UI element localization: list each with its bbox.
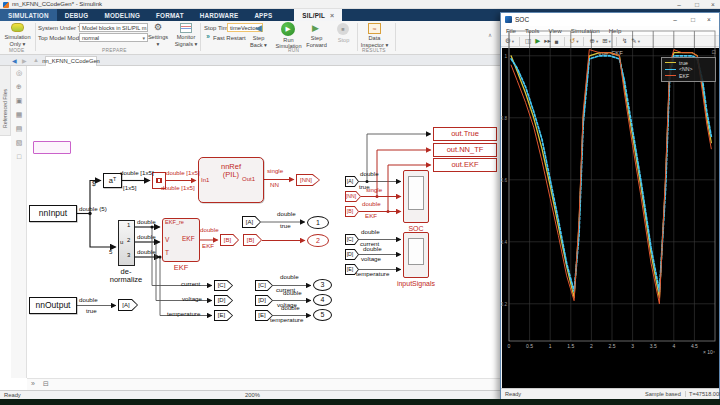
signal-label: true: [86, 308, 97, 315]
svg-text:0.4: 0.4: [501, 240, 507, 245]
sample-time-label: $: [92, 181, 96, 188]
outport-2[interactable]: 2: [307, 234, 329, 247]
signal-label: [1x5]: [123, 185, 136, 192]
signal-label: temperature: [356, 271, 389, 278]
from-a-tag-right[interactable]: [A]: [345, 176, 359, 187]
from-c-tag-right[interactable]: [C]: [345, 234, 359, 245]
signal-label: double: [283, 290, 302, 297]
signal-label: NN: [270, 182, 279, 189]
ekf-v-port-label: V: [165, 237, 169, 244]
signal-label: double: [200, 227, 219, 234]
signal-label: voltage: [182, 296, 202, 303]
minimize-icon[interactable]: –: [672, 0, 686, 9]
nnoutput-block[interactable]: nnOutput: [29, 297, 77, 314]
outport-4[interactable]: 4: [313, 294, 332, 306]
scope-plot-area[interactable]: true, EKF ⊡ 00.511.522.533.544.50.20.40.…: [502, 48, 719, 388]
goto-b-tag[interactable]: [B]: [220, 234, 239, 246]
plot-legend[interactable]: true<NN>EKF: [661, 57, 716, 82]
soc-scope-label: SOC: [402, 225, 430, 232]
inputsignals-label: inputSignals: [388, 280, 444, 287]
goto-e-tag[interactable]: [E]: [214, 310, 233, 321]
signal-label: double: [361, 229, 380, 236]
svg-text:0: 0: [508, 343, 511, 349]
desktop: nn_KFNN_CCodeGen* - Simulink – □ × SIMUL…: [0, 0, 720, 405]
signal-width-label: 5: [109, 249, 112, 256]
signal-label: double: [137, 234, 156, 241]
from-b-tag-mid[interactable]: [B]: [243, 234, 262, 246]
signal-label: true: [280, 223, 291, 230]
out-true-block[interactable]: out.True: [433, 127, 497, 141]
svg-text:2.5: 2.5: [609, 343, 616, 349]
svg-text:0.2: 0.2: [501, 302, 507, 307]
ekf-label: EKF: [166, 264, 196, 272]
svg-text:1.5: 1.5: [567, 343, 574, 349]
nninput-block[interactable]: nnInput: [29, 205, 77, 222]
signal-label: single: [267, 168, 283, 175]
out-ekf-block[interactable]: out.EKF: [433, 158, 497, 172]
from-c-tag-mid[interactable]: [C]: [255, 280, 273, 291]
soc-scope-block[interactable]: [403, 170, 429, 223]
outport-3[interactable]: 3: [313, 279, 332, 291]
signal-label: double: [79, 297, 98, 304]
inputsignals-scope-block[interactable]: [403, 232, 429, 278]
signal-label: EKF: [365, 213, 377, 220]
signal-label: double: [360, 171, 379, 178]
signal-label: double: [137, 249, 156, 256]
goto-c-tag[interactable]: [C]: [214, 280, 233, 291]
svg-text:2: 2: [590, 343, 593, 349]
signal-label: EKF: [202, 243, 214, 250]
goto-nn-tag[interactable]: [NN]: [296, 174, 320, 186]
signal-label: temperature: [167, 311, 200, 318]
soc-scope-window[interactable]: SOC – □ × FileToolsViewSimulationHelp ⚙▾…: [500, 12, 720, 400]
from-a-tag-mid[interactable]: [A]: [242, 216, 261, 228]
svg-text:1: 1: [504, 54, 507, 59]
zoom-level: 200%: [245, 392, 260, 398]
scope-statusbar: Ready Sample based T=47518.000: [501, 388, 719, 399]
scope-sim-time: T=47518.000: [685, 391, 720, 397]
signal-label: double [1x5]: [120, 170, 154, 177]
nnref-in1-port-label: In1: [201, 177, 209, 183]
svg-text:0.5: 0.5: [526, 343, 533, 349]
svg-text:1: 1: [549, 343, 552, 349]
demux-port3-label: 3: [127, 252, 130, 258]
goto-d-tag[interactable]: [D]: [214, 295, 233, 306]
goto-a-tag[interactable]: [A]: [118, 299, 138, 311]
signal-label: current: [181, 281, 200, 288]
demux-u-label: u: [120, 239, 123, 245]
from-d-tag-right[interactable]: [D]: [345, 249, 359, 260]
legend-entry: EKF: [665, 73, 712, 80]
faded-selected-block[interactable]: [33, 141, 71, 154]
signal-label: double [1x5]: [161, 185, 195, 192]
signal-label: double (5): [79, 206, 107, 213]
outport-1[interactable]: 1: [307, 216, 329, 229]
status-ready: Ready: [4, 392, 21, 398]
ekf-title-label: EKF_re: [165, 220, 184, 226]
signal-label: temperature: [270, 317, 303, 324]
signal-label: double: [280, 274, 299, 281]
from-nn-tag-right[interactable]: [NN]: [345, 191, 361, 202]
from-d-tag-mid[interactable]: [D]: [255, 295, 273, 306]
signal-label: double: [137, 219, 156, 226]
windows-taskbar[interactable]: [0, 399, 720, 405]
out-nntf-block[interactable]: out.NN_TF: [433, 143, 497, 157]
ekf-out-port-label: EKF: [182, 236, 195, 243]
svg-text:3.5: 3.5: [650, 343, 657, 349]
signal-label: double [1x5]: [166, 170, 200, 177]
svg-text:0.8: 0.8: [501, 116, 507, 121]
outport-5[interactable]: 5: [313, 309, 332, 321]
maximize-icon[interactable]: □: [690, 0, 704, 9]
signal-label: double: [281, 305, 300, 312]
denormalize-label: de- normalize: [96, 268, 156, 284]
svg-text:3: 3: [631, 343, 634, 349]
svg-text:× 10⁴: × 10⁴: [703, 349, 715, 355]
svg-text:4: 4: [672, 343, 675, 349]
close-icon[interactable]: ×: [706, 0, 720, 9]
svg-text:0.6: 0.6: [501, 178, 507, 183]
nnref-out1-port-label: Out1: [242, 176, 255, 182]
demux-port1-label: 1: [127, 222, 130, 228]
scope-status-ready: Ready: [505, 391, 521, 397]
signal-label: double: [363, 246, 382, 253]
signal-label: single: [366, 187, 382, 194]
from-b-tag-right[interactable]: [B]: [345, 206, 359, 217]
signal-label: double: [277, 211, 296, 218]
